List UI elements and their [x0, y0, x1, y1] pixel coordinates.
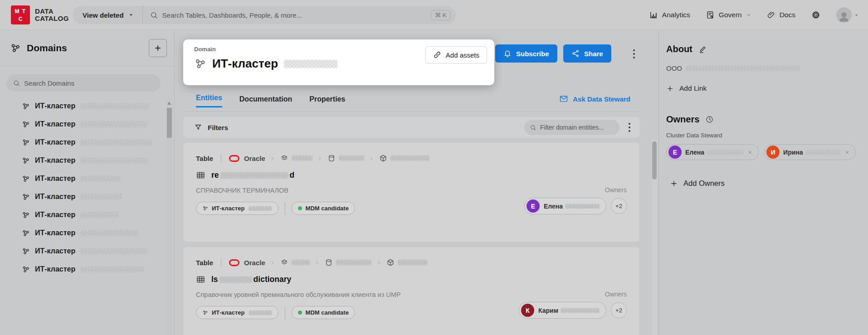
- remove-owner-icon[interactable]: [747, 150, 753, 155]
- entity-filter: [524, 120, 619, 135]
- owner-chip[interactable]: Е Елена: [666, 144, 759, 160]
- redacted-text: [561, 308, 600, 313]
- entity-name-link[interactable]: lsdictionary: [196, 275, 627, 284]
- tab-properties[interactable]: Properties: [309, 95, 345, 107]
- shortcut-badge: ⌘ K: [431, 10, 451, 20]
- domain-icon: [22, 102, 30, 110]
- filters-bar: Filters: [183, 117, 639, 138]
- breadcrumb-node[interactable]: [379, 154, 429, 162]
- add-assets-button[interactable]: Add assets: [425, 46, 487, 63]
- layers-icon: [280, 258, 288, 267]
- more-actions-menu[interactable]: [631, 48, 637, 60]
- global-search-input[interactable]: [158, 6, 431, 24]
- nav-docs[interactable]: Docs: [767, 11, 795, 19]
- owner-chip[interactable]: К Карим: [519, 302, 606, 319]
- platform-label[interactable]: Oracle: [244, 155, 265, 162]
- entity-name-link[interactable]: red: [196, 170, 627, 180]
- scroll-up-arrow[interactable]: [167, 102, 171, 105]
- domain-list-item[interactable]: ИТ-кластер: [0, 115, 174, 133]
- redacted-text: [80, 212, 118, 218]
- subscribe-button[interactable]: Subscribe: [495, 44, 557, 63]
- brand-letter: М: [14, 7, 20, 15]
- platform-label[interactable]: Oracle: [244, 259, 265, 267]
- domain-list-item[interactable]: ИТ-кластер: [0, 133, 174, 151]
- brand-letter: С: [14, 15, 27, 23]
- app-logo[interactable]: М Т С DATA CATALOG: [11, 5, 69, 24]
- more-owners-badge[interactable]: +2: [611, 198, 627, 214]
- owner-role-label: Cluster Data Steward: [666, 132, 859, 139]
- breadcrumb-node[interactable]: [280, 154, 312, 162]
- sidebar-scrollbar[interactable]: [166, 99, 172, 335]
- clock-icon[interactable]: [705, 115, 714, 124]
- tab-entities[interactable]: Entities: [196, 94, 222, 107]
- nav-analytics-label: Analytics: [662, 11, 690, 19]
- top-bar: М Т С DATA CATALOG View deleted ⌘ K Anal…: [0, 0, 868, 30]
- domain-list-item[interactable]: ИТ-кластер: [0, 188, 174, 206]
- redacted-text: [805, 150, 841, 155]
- breadcrumb-node[interactable]: [280, 258, 310, 267]
- breadcrumb-node[interactable]: [325, 258, 371, 267]
- green-dot-icon: [298, 311, 302, 315]
- redacted-text: [249, 311, 272, 315]
- domain-icon: [22, 120, 30, 128]
- owner-chip[interactable]: Е Елена: [524, 198, 606, 214]
- view-deleted-dropdown[interactable]: View deleted: [73, 6, 142, 24]
- add-link-button[interactable]: Add Link: [666, 84, 859, 92]
- redacted-domain-name: [284, 60, 337, 68]
- domain-list-item[interactable]: ИТ-кластер: [0, 97, 174, 115]
- mdm-candidate-tag[interactable]: MDM candidate: [292, 202, 355, 215]
- domain-list-item[interactable]: ИТ-кластер: [0, 151, 174, 170]
- scrollbar-thumb[interactable]: [652, 141, 657, 180]
- ask-data-steward-link[interactable]: Ask Data Steward: [559, 94, 630, 107]
- global-search-bar: View deleted ⌘ K: [73, 6, 456, 24]
- nav-govern[interactable]: Govern: [706, 10, 751, 19]
- pencil-icon[interactable]: [698, 45, 707, 53]
- user-menu[interactable]: [836, 7, 859, 23]
- domain-icon: [10, 43, 21, 53]
- domain-icon: [194, 58, 206, 70]
- search-icon: [150, 11, 158, 19]
- filters-more-menu[interactable]: [627, 121, 632, 134]
- domain-list-item[interactable]: ИТ-кластер: [0, 206, 174, 224]
- scrollbar-thumb[interactable]: [167, 108, 172, 138]
- filters-button[interactable]: Filters: [194, 123, 228, 131]
- owner-chips: Е Елена И Ирина: [666, 144, 859, 160]
- domain-list-item[interactable]: ИТ-кластер: [0, 224, 174, 242]
- owner-chip[interactable]: И Ирина: [764, 144, 855, 160]
- nav-analytics[interactable]: Analytics: [649, 10, 690, 19]
- cube-icon: [379, 154, 387, 162]
- domain-icon: [202, 310, 208, 316]
- mail-icon: [559, 94, 568, 103]
- entity-filter-input[interactable]: [540, 124, 614, 131]
- bar-chart-icon: [649, 10, 658, 19]
- content-scrollbar[interactable]: [652, 140, 657, 335]
- breadcrumb-node[interactable]: [327, 154, 364, 162]
- domain-search-input[interactable]: [24, 79, 154, 87]
- nav-govern-label: Govern: [719, 11, 742, 19]
- brand-mark-icon: М Т С: [11, 5, 30, 24]
- redacted-text: [80, 140, 152, 146]
- add-domain-button[interactable]: +: [149, 39, 167, 57]
- domain-tag[interactable]: ИТ-кластер: [196, 202, 278, 215]
- remove-owner-icon[interactable]: [844, 150, 850, 155]
- domain-list-item[interactable]: ИТ-кластер: [0, 260, 174, 278]
- share-button[interactable]: Share: [563, 44, 611, 63]
- chevron-right-icon: [317, 155, 323, 161]
- more-owners-badge[interactable]: +2: [611, 302, 627, 318]
- domain-list-item[interactable]: ИТ-кластер: [0, 242, 174, 260]
- govern-doc-icon: [706, 10, 715, 19]
- tab-documentation[interactable]: Documentation: [239, 95, 292, 107]
- domain-search: [6, 74, 161, 92]
- nav-docs-label: Docs: [780, 11, 795, 19]
- domain-tag[interactable]: ИТ-кластер: [196, 306, 278, 319]
- top-nav: Analytics Govern Docs: [649, 0, 859, 30]
- domain-list-item[interactable]: ИТ-кластер: [0, 170, 174, 188]
- avatar: Е: [527, 199, 540, 213]
- breadcrumb-node[interactable]: [386, 258, 428, 267]
- add-owners-button[interactable]: Add Owners: [670, 179, 859, 188]
- gear-icon[interactable]: [811, 10, 821, 20]
- domain-icon: [22, 175, 30, 183]
- redacted-text: [398, 260, 428, 265]
- mdm-candidate-tag[interactable]: MDM candidate: [292, 306, 355, 319]
- main-content: Domain ИТ-кластер Add assets Subscribe S…: [175, 30, 658, 335]
